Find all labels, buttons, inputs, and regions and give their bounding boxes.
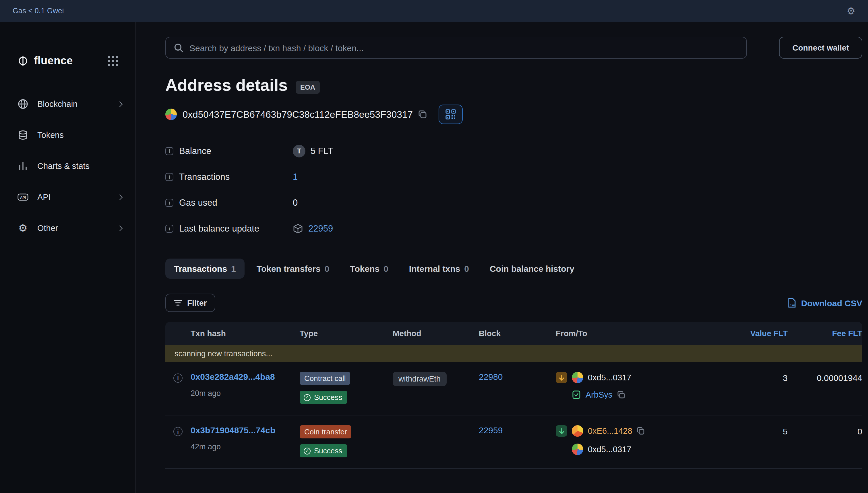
tab-tokens[interactable]: Tokens0 [341, 259, 397, 279]
transactions-count-link[interactable]: 1 [293, 172, 298, 182]
table-header: Txn hash Type Method Block From/To Value… [165, 322, 862, 345]
topbar: Gas < 0.1 Gwei ⚙ [0, 0, 868, 22]
globe-icon [17, 98, 29, 110]
info-row-gas-used: iGas used 0 [165, 190, 862, 215]
copy-address-icon[interactable] [418, 110, 427, 119]
tx-info-icon[interactable]: i [174, 427, 183, 436]
tab-count: 0 [325, 264, 329, 274]
column-header-block: Block [479, 329, 556, 338]
to-contract-link[interactable]: ArbSys [586, 390, 613, 399]
copy-icon[interactable] [617, 391, 625, 399]
csv-icon: csv [787, 298, 797, 308]
txn-hash-link[interactable]: 0x03e282a429...4ba8 [190, 372, 275, 382]
tab-count: 1 [231, 264, 236, 274]
qr-code-button[interactable] [439, 105, 463, 124]
contract-icon [572, 390, 581, 399]
sidebar-item-blockchain[interactable]: Blockchain [0, 88, 136, 120]
from-avatar [572, 425, 583, 437]
sidebar-item-charts-stats[interactable]: Charts & stats [0, 151, 136, 181]
type-badge: Contract call [300, 372, 350, 385]
tab-label: Transactions [174, 264, 227, 274]
filter-label: Filter [187, 298, 207, 307]
info-row-transactions: iTransactions 1 [165, 164, 862, 190]
column-header-method: Method [393, 329, 479, 338]
status-label: Success [314, 393, 342, 402]
token-icon: T [293, 145, 305, 157]
sidebar-item-api[interactable]: API API [0, 181, 136, 213]
txn-age: 20m ago [190, 389, 300, 398]
tab-label: Coin balance history [490, 264, 574, 274]
apps-grid-icon[interactable] [108, 56, 118, 66]
value-cell: 5 [736, 425, 787, 436]
status-badge: ✓Success [300, 391, 347, 404]
search-icon [174, 43, 184, 52]
balance-label: Balance [179, 146, 211, 156]
sidebar-item-label: Charts & stats [37, 162, 90, 171]
bar-chart-icon [17, 160, 29, 172]
block-link[interactable]: 22980 [479, 372, 503, 382]
app-window: Gas < 0.1 Gwei ⚙ fluence Blockchain [0, 0, 868, 493]
table-toolbar: Filter csv Download CSV [165, 294, 862, 312]
tab-transactions[interactable]: Transactions1 [165, 259, 245, 279]
download-csv-label: Download CSV [801, 298, 862, 308]
address-avatar [165, 109, 177, 120]
sidebar-item-tokens[interactable]: Tokens [0, 120, 136, 151]
txn-hash-link[interactable]: 0x3b71904875...74cb [190, 425, 275, 435]
phi-logo-icon [17, 55, 29, 67]
from-avatar [572, 372, 583, 383]
status-label: Success [314, 447, 342, 455]
connect-wallet-button[interactable]: Connect wallet [779, 37, 862, 59]
tab-token-transfers[interactable]: Token transfers0 [248, 259, 338, 279]
fluence-logo[interactable]: fluence [0, 53, 136, 69]
tab-coin-balance-history[interactable]: Coin balance history [481, 259, 583, 279]
column-header-fee[interactable]: Fee FLT [787, 329, 862, 338]
block-link[interactable]: 22959 [479, 425, 503, 435]
status-badge: ✓Success [300, 444, 347, 457]
info-hint-icon: i [165, 147, 174, 155]
gas-tracker[interactable]: Gas < 0.1 Gwei [13, 7, 64, 15]
main-content: Connect wallet Address details EOA 0xd50… [136, 22, 868, 493]
filter-button[interactable]: Filter [165, 294, 215, 312]
type-badge: Coin transfer [300, 425, 351, 438]
page-title: Address details [165, 76, 288, 95]
chevron-right-icon [117, 101, 122, 107]
tx-info-icon[interactable]: i [174, 373, 183, 383]
search-input[interactable] [189, 43, 738, 52]
svg-text:API: API [20, 196, 26, 200]
address-info: iBalance T5 FLT iTransactions 1 iGas use… [165, 138, 862, 241]
tab-internal-txns[interactable]: Internal txns0 [401, 259, 478, 279]
settings-gear-icon[interactable]: ⚙ [847, 6, 856, 16]
gas-used-label: Gas used [179, 197, 217, 208]
column-header-value[interactable]: Value FLT [736, 329, 787, 338]
txn-age: 42m ago [190, 443, 300, 451]
api-icon: API [17, 191, 29, 203]
copy-icon[interactable] [637, 427, 645, 435]
gas-used-value: 0 [293, 197, 298, 208]
info-row-balance: iBalance T5 FLT [165, 138, 862, 164]
direction-out-icon [556, 372, 567, 383]
method-badge: withdrawEth [393, 372, 446, 386]
qr-icon [446, 109, 456, 120]
sidebar-item-label: Other [37, 223, 58, 233]
table-row: i 0x3b71904875...74cb 42m ago Coin trans… [165, 415, 862, 469]
to-avatar [572, 444, 583, 455]
sidebar-item-other[interactable]: ⚙ Other [0, 213, 136, 244]
tab-count: 0 [464, 264, 469, 274]
tab-label: Token transfers [257, 264, 321, 274]
tab-label: Tokens [350, 264, 380, 274]
download-csv-link[interactable]: csv Download CSV [787, 298, 862, 308]
last-balance-update-link[interactable]: 22959 [308, 223, 333, 234]
info-row-last-balance-update: iLast balance update 22959 [165, 215, 862, 241]
column-header-txn-hash: Txn hash [190, 329, 300, 338]
block-cube-icon [293, 223, 303, 234]
from-address[interactable]: 0xd5...0317 [588, 373, 632, 382]
chevron-right-icon [117, 194, 122, 200]
info-hint-icon: i [165, 224, 174, 232]
svg-text:csv: csv [790, 303, 795, 307]
from-address-link[interactable]: 0xE6...1428 [588, 426, 632, 435]
balance-value: 5 FLT [311, 146, 333, 156]
info-hint-icon: i [165, 173, 174, 181]
fee-cell: 0.00001944 [787, 372, 862, 383]
tab-count: 0 [384, 264, 388, 274]
sidebar-item-label: Blockchain [37, 100, 77, 109]
